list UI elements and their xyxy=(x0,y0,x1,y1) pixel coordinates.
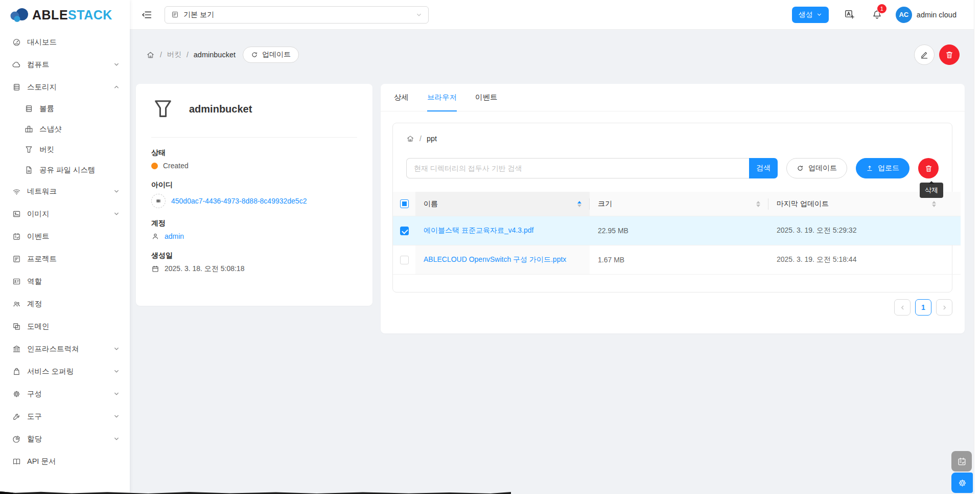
next-page-button[interactable] xyxy=(936,299,952,316)
home-icon[interactable] xyxy=(406,134,414,143)
sidebar-item-dashboard[interactable]: 대시보드 xyxy=(0,31,130,53)
sorter xyxy=(932,201,936,207)
chevron-left-icon xyxy=(900,305,905,310)
sidebar-item-label: 구성 xyxy=(27,389,113,399)
username[interactable]: admin cloud xyxy=(917,11,956,19)
sidebar-item-api-doc[interactable]: API 문서 xyxy=(0,450,130,473)
calendar-check-icon xyxy=(957,457,967,466)
barcode-icon[interactable] xyxy=(151,194,166,208)
caret-down-icon xyxy=(932,205,936,207)
delete-objects-button[interactable] xyxy=(918,158,939,178)
column-header-gutter xyxy=(944,192,961,216)
page-1-button[interactable]: 1 xyxy=(915,299,931,316)
browser-breadcrumb: / ppt xyxy=(406,134,939,143)
scrollbar[interactable] xyxy=(974,0,980,494)
checkbox-checked[interactable] xyxy=(400,227,409,235)
sidebar-item-storage[interactable]: 스토리지 xyxy=(0,76,130,98)
project-view-icon xyxy=(171,11,179,18)
column-header-updated[interactable]: 마지막 업데이트 xyxy=(768,192,944,216)
avatar[interactable]: AC xyxy=(896,7,912,23)
object-name-cell: ABLECLOUD OpenvSwitch 구성 가이드.pptx xyxy=(415,245,590,275)
notification-badge: 1 xyxy=(877,4,886,13)
view-select-value: 기본 보기 xyxy=(183,10,416,19)
create-button[interactable]: 생성 xyxy=(792,7,829,23)
field-account: 계정 admin xyxy=(151,219,357,240)
event-timeline-button[interactable] xyxy=(951,451,972,471)
search-input[interactable] xyxy=(406,158,749,178)
upload-button-label: 업로드 xyxy=(878,164,899,173)
column-header-name[interactable]: 이름 xyxy=(415,192,590,216)
sidebar-item-allocation[interactable]: 할당 xyxy=(0,428,130,450)
sidebar-item-service-offering[interactable]: 서비스 오퍼링 xyxy=(0,360,130,383)
sidebar-item-shared-filesystem[interactable]: 공유 파일 시스템 xyxy=(0,160,130,180)
object-name-link[interactable]: ABLECLOUD OpenvSwitch 구성 가이드.pptx xyxy=(424,255,566,264)
chevron-down-icon xyxy=(113,368,120,374)
row-checkbox-cell xyxy=(393,216,415,245)
sidebar-item-compute[interactable]: 컴퓨트 xyxy=(0,53,130,76)
translate-icon[interactable] xyxy=(844,9,855,20)
account-link[interactable]: admin xyxy=(165,232,184,240)
refresh-button[interactable]: 업데이트 xyxy=(243,47,299,63)
funnel-icon xyxy=(25,145,33,154)
column-header-size[interactable]: 크기 xyxy=(590,192,768,216)
refresh-button-label: 업데이트 xyxy=(262,50,291,59)
field-label: 생성일 xyxy=(151,251,357,260)
sidebar-item-event[interactable]: 이벤트 xyxy=(0,225,130,248)
sidebar-item-tools[interactable]: 도구 xyxy=(0,405,130,428)
ablestack-logo[interactable]: ABLESTACK xyxy=(0,0,130,30)
sidebar-item-label: 대시보드 xyxy=(27,37,120,47)
database-icon xyxy=(12,83,21,92)
home-icon[interactable] xyxy=(146,51,155,59)
settings-float-button[interactable] xyxy=(951,473,973,493)
chevron-down-icon xyxy=(113,188,120,194)
bucket-id-link[interactable]: 450d0ac7-4436-4973-8d88-8c49932de5c2 xyxy=(171,197,307,205)
menu-fold-icon[interactable] xyxy=(141,9,152,20)
sidebar-item-label: 도구 xyxy=(27,412,113,421)
logo-stack: STACK xyxy=(68,8,112,22)
sidebar-item-label: 이미지 xyxy=(27,209,113,219)
upload-button[interactable]: 업로드 xyxy=(856,158,909,178)
sidebar-item-project[interactable]: 프로젝트 xyxy=(0,248,130,270)
sidebar-item-configuration[interactable]: 구성 xyxy=(0,383,130,405)
bucket-info-card: adminbucket 상태 Created 아이디 450d0ac7-4436… xyxy=(136,84,372,306)
tab-events[interactable]: 이벤트 xyxy=(475,84,498,111)
notifications-button[interactable]: 1 xyxy=(872,9,882,20)
sidebar-item-snapshot[interactable]: 스냅샷 xyxy=(0,119,130,139)
checkbox-indeterminate[interactable] xyxy=(400,199,409,208)
breadcrumb-section[interactable]: 버킷 xyxy=(167,50,181,59)
gutter-cell xyxy=(944,245,961,275)
sidebar-item-domain[interactable]: 도메인 xyxy=(0,315,130,338)
bucket-funnel-icon xyxy=(151,97,175,121)
field-label: 상태 xyxy=(151,148,357,158)
reload-icon xyxy=(797,165,804,172)
tab-browser[interactable]: 브라우저 xyxy=(427,84,457,111)
view-select[interactable]: 기본 보기 xyxy=(165,6,429,24)
sidebar-item-infrastructure[interactable]: 인프라스트럭쳐 xyxy=(0,338,130,360)
sidebar-item-volume[interactable]: 볼륨 xyxy=(0,98,130,119)
delete-bucket-button[interactable] xyxy=(939,44,960,65)
gutter-cell xyxy=(944,216,961,245)
field-created: 생성일 2025. 3. 18. 오전 5:08:18 xyxy=(151,251,357,274)
checkbox-unchecked[interactable] xyxy=(400,256,409,264)
select-all-checkbox[interactable] xyxy=(393,192,415,216)
column-label: 크기 xyxy=(598,199,612,209)
chevron-down-icon xyxy=(113,436,120,442)
prev-page-button[interactable] xyxy=(894,299,911,316)
sidebar-item-role[interactable]: 역할 xyxy=(0,270,130,293)
project-icon xyxy=(12,255,21,263)
sidebar-item-bucket[interactable]: 버킷 xyxy=(0,139,130,160)
search-button[interactable]: 검색 xyxy=(749,158,778,178)
gear-icon xyxy=(12,390,21,398)
edit-bucket-button[interactable] xyxy=(914,44,935,65)
team-icon xyxy=(12,300,21,308)
sidebar: ABLESTACK 대시보드 컴퓨트 스토리지 볼륨 스냅샷 버킷 공유 파일 … xyxy=(0,0,130,494)
sidebar-item-account[interactable]: 계정 xyxy=(0,293,130,315)
sidebar-item-network[interactable]: 네트워크 xyxy=(0,180,130,203)
dashboard-icon xyxy=(12,38,21,47)
tab-details[interactable]: 상세 xyxy=(394,84,409,111)
sidebar-item-image[interactable]: 이미지 xyxy=(0,203,130,225)
update-button[interactable]: 업데이트 xyxy=(786,158,847,178)
object-size-cell: 22.95 MB xyxy=(590,216,768,245)
create-button-label: 생성 xyxy=(799,10,813,19)
object-name-link[interactable]: 에이블스택 표준교육자료_v4.3.pdf xyxy=(424,226,534,235)
